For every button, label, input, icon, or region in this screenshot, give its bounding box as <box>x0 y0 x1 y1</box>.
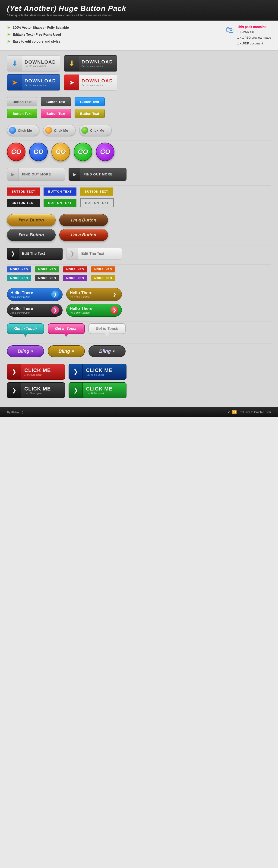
more-info-row2: MORE INFO MORE INFO MORE INFO MORE INFO <box>7 275 271 281</box>
flat-btn-outline[interactable]: BUTTON TEXT <box>80 198 114 207</box>
page-subtitle: 14 unique button designs, each in severa… <box>7 13 271 17</box>
separator-5 <box>7 185 271 186</box>
clickme-text-blue: CLICK ME ...or I'll be upset <box>83 367 116 376</box>
pill-btn-gold[interactable]: I'm a Button <box>7 214 56 226</box>
bling-btn-dark[interactable]: Bling ♥ <box>88 345 126 357</box>
footer-author: By Philmo :) <box>7 411 23 414</box>
clickme-text-red: CLICK ME ...or I'll be upset <box>21 367 54 376</box>
hello-text-dark: Hello There I'm a shiny button <box>10 306 33 314</box>
fom-play-icon-dark: ▶ <box>69 168 80 181</box>
clickme-icon-blue: ❯ <box>69 364 83 380</box>
download-text-blue: DOWNLOAD Get the latest version <box>22 78 58 87</box>
fom-section: ▶ FIND OUT MORE ▶ FIND OUT MORE <box>7 168 271 181</box>
hello-btn-blue[interactable]: Hello There I'm a shiny button ❯ <box>7 288 62 301</box>
more-info-row1: MORE INFO MORE INFO MORE INFO MORE INFO <box>7 267 271 273</box>
pill-btn-dark[interactable]: I'm a Button <box>7 229 56 241</box>
go-btn-purple[interactable]: GO <box>96 143 114 161</box>
go-btn-gold[interactable]: GO <box>51 143 70 161</box>
hello-arrow-blue: ❯ <box>51 290 59 298</box>
pill-btn-brown[interactable]: I'm a Button <box>59 214 108 226</box>
bling-btn-gold[interactable]: Bling ♥ <box>48 345 85 357</box>
speech-row: Get in Touch Get in Touch Get in Touch <box>7 323 271 339</box>
separator-7 <box>7 246 271 246</box>
click-me-row: Click Me Click Me Click Me <box>7 125 271 136</box>
download-arrow-icon-dark: ⬇ <box>68 59 75 68</box>
simple-btn-gray[interactable]: Button Text <box>7 97 37 106</box>
download-btn-dark[interactable]: ⬇ DOWNLOAD Get the latest version <box>64 55 117 71</box>
more-info-red[interactable]: MORE INFO <box>63 267 87 273</box>
oval-dot-blue <box>9 127 16 134</box>
download-arrow-icon-red: ➤ <box>69 79 74 86</box>
fom-btn-dark[interactable]: ▶ FIND OUT MORE <box>68 168 127 181</box>
download-row-2: ➤ DOWNLOAD Get the latest version ➤ DOWN… <box>7 74 271 91</box>
pill-btn-section: I'm a Button I'm a Button I'm a Button I… <box>7 214 271 241</box>
go-btn-red[interactable]: GO <box>7 143 26 161</box>
main-content: ⬇ DOWNLOAD Get the latest version ⬇ DOWN… <box>0 51 278 407</box>
download-btn-red[interactable]: ➤ DOWNLOAD Get the latest version <box>64 74 117 91</box>
hello-btn-dark[interactable]: Hello There I'm a shiny button ❯ <box>7 304 62 317</box>
clickme-btn-red[interactable]: ❯ CLICK ME ...or I'll be upset <box>7 364 65 380</box>
speech-btn-pink[interactable]: Get in Touch <box>48 323 85 334</box>
oval-dot-green <box>81 127 88 134</box>
download-btn-light[interactable]: ⬇ DOWNLOAD Get the latest version <box>7 55 60 71</box>
click-me-orange-btn[interactable]: Click Me <box>43 125 76 136</box>
clickme-btn-blue[interactable]: ❯ CLICK ME ...or I'll be upset <box>68 364 127 380</box>
simple-btn-blue[interactable]: Button Text <box>75 97 105 106</box>
flat-btn-blue[interactable]: BUTTON TEXT <box>44 187 77 195</box>
download-btn-blue[interactable]: ➤ DOWNLOAD Get the latest version <box>7 74 60 91</box>
simple-btn-green[interactable]: Button Text <box>7 109 37 118</box>
download-icon-box-blue: ➤ <box>7 74 22 91</box>
pill-btn-row1: I'm a Button I'm a Button <box>7 214 271 226</box>
more-info-green[interactable]: MORE INFO <box>35 267 59 273</box>
pill-btn-red[interactable]: I'm a Button <box>59 229 108 241</box>
more-info-dark[interactable]: MORE INFO <box>35 275 59 281</box>
more-info-blue[interactable]: MORE INFO <box>7 267 31 273</box>
fom-play-icon-light: ▶ <box>7 168 19 181</box>
flat-btn-green[interactable]: BUTTON TEXT <box>44 199 77 207</box>
speech-btn-teal[interactable]: Get in Touch <box>7 323 44 334</box>
hello-btn-green[interactable]: Hello There I'm a shiny button ❯ <box>66 304 122 317</box>
download-text-dark: DOWNLOAD Get the latest version <box>79 59 115 68</box>
separator-3 <box>7 141 271 141</box>
download-arrow-icon-light: ⬇ <box>11 59 18 68</box>
simple-btn-dark-gray[interactable]: Button Text <box>41 97 71 106</box>
simple-btn-yellow[interactable]: Button Text <box>75 109 105 118</box>
more-info-section: MORE INFO MORE INFO MORE INFO MORE INFO … <box>7 267 271 281</box>
clickme-btn-dark[interactable]: ❯ CLICK ME ...or I'll be upset <box>7 382 65 398</box>
click-me-blue-btn[interactable]: Click Me <box>7 125 39 136</box>
separator-2 <box>7 123 271 123</box>
more-info-orange[interactable]: MORE INFO <box>91 267 115 273</box>
more-info-yellow[interactable]: MORE INFO <box>91 275 115 281</box>
go-btn-blue[interactable]: GO <box>29 143 48 161</box>
hello-arrow-green: ❯ <box>111 306 118 314</box>
edit-icon-light: ❯ <box>66 248 78 260</box>
flat-btn-black[interactable]: BUTTON TEXT <box>7 199 40 207</box>
bling-btn-purple[interactable]: Bling ♥ <box>7 345 44 357</box>
heart-icon-purple: ♥ <box>31 349 33 353</box>
bling-row: Bling ♥ Bling ♥ Bling ♥ <box>7 345 271 357</box>
edit-btn-dark[interactable]: ❯ Edit The Text <box>7 248 62 260</box>
clickme-btn-green[interactable]: ❯ CLICK ME ...or I'll be upset <box>68 382 127 398</box>
go-btn-green[interactable]: GO <box>74 143 92 161</box>
hello-row1: Hello There I'm a shiny button ❯ Hello T… <box>7 288 271 301</box>
hello-text-blue: Hello There I'm a shiny button <box>10 290 33 298</box>
simple-btn-pink[interactable]: Button Text <box>41 109 71 118</box>
more-info-teal[interactable]: MORE INFO <box>7 275 31 281</box>
flat-btn-red[interactable]: BUTTON TEXT <box>7 187 40 195</box>
more-info-purple[interactable]: MORE INFO <box>63 275 87 281</box>
click-me-section: Click Me Click Me Click Me <box>7 125 271 136</box>
separator-4 <box>7 166 271 166</box>
hello-btn-gold[interactable]: Hello There I'm a shiny button ❯ <box>66 288 122 301</box>
bling-section: Bling ♥ Bling ♥ Bling ♥ <box>7 345 271 357</box>
features-list: ➤ 100% Vector Shapes - Fully Scalable ➤ … <box>7 25 216 46</box>
clickme-text-green: CLICK ME ...or I'll be upset <box>83 386 116 395</box>
speech-btn-outline[interactable]: Get in Touch <box>88 323 126 334</box>
edit-btn-light[interactable]: ❯ Edit The Text <box>66 248 122 260</box>
hello-arrow-dark: ❯ <box>51 306 59 314</box>
click-me-green-btn[interactable]: Click Me <box>79 125 112 136</box>
download-icon-box-light: ⬇ <box>7 55 22 71</box>
flat-btn-gold[interactable]: BUTTON TEXT <box>80 187 113 195</box>
fom-btn-light[interactable]: ▶ FIND OUT MORE <box>7 168 65 181</box>
edit-btn-row: ❯ Edit The Text ❯ Edit The Text <box>7 248 271 260</box>
clickme-icon-green: ❯ <box>69 382 83 398</box>
